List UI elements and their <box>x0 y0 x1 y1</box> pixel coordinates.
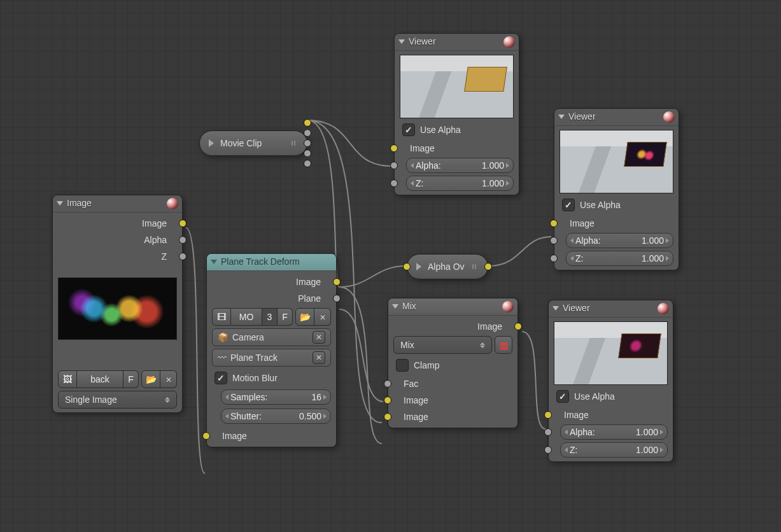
users-count: 3 <box>262 308 278 326</box>
image-name-field[interactable]: back <box>77 370 123 388</box>
input-socket-image[interactable] <box>544 411 552 419</box>
input-socket-image[interactable] <box>202 432 210 440</box>
open-file-button[interactable] <box>141 370 160 388</box>
folder-icon <box>146 374 157 384</box>
output-socket-image[interactable] <box>179 220 186 227</box>
unlink-clip-button[interactable] <box>314 308 331 326</box>
clip-browse-button[interactable] <box>212 308 231 326</box>
tracking-object-field[interactable]: Camera <box>212 328 331 346</box>
viewer-thumbnail <box>554 321 668 385</box>
input-socket-z[interactable] <box>390 179 398 187</box>
use-alpha-row[interactable]: Use Alpha <box>554 388 668 405</box>
input-socket-image[interactable] <box>384 413 391 421</box>
blend-mode-select[interactable]: Mix <box>393 336 492 354</box>
plane-track-field[interactable]: Plane Track <box>212 349 331 367</box>
output-socket[interactable] <box>304 139 311 147</box>
grip-icon <box>292 141 295 146</box>
film-icon <box>217 312 226 322</box>
open-clip-button[interactable] <box>295 308 314 326</box>
alpha-field[interactable]: Alpha:1.000 <box>566 233 673 248</box>
unlink-button[interactable] <box>160 370 177 388</box>
node-title: Alpha Ov <box>428 262 465 272</box>
input-socket-z[interactable] <box>550 255 558 262</box>
collapse-icon[interactable] <box>552 306 559 311</box>
output-socket-z[interactable] <box>179 253 186 260</box>
clear-button[interactable] <box>313 331 325 344</box>
input-socket-image[interactable] <box>384 396 391 404</box>
close-icon <box>320 312 326 322</box>
use-alpha-checkbox[interactable] <box>556 390 569 403</box>
fake-user-button[interactable]: F <box>123 370 139 388</box>
output-socket-alpha[interactable] <box>179 236 186 244</box>
use-alpha-checkbox[interactable] <box>402 123 415 136</box>
output-socket[interactable] <box>304 160 311 167</box>
fake-user-button[interactable]: F <box>278 308 293 326</box>
color-picker-button[interactable] <box>495 336 512 354</box>
clamp-checkbox[interactable] <box>396 359 409 372</box>
node-header[interactable]: Viewer <box>554 109 679 126</box>
input-socket-fac[interactable] <box>384 380 391 388</box>
output-socket-plane[interactable] <box>333 295 341 302</box>
node-title: Movie Clip <box>220 138 262 148</box>
clear-button[interactable] <box>313 351 325 364</box>
node-movie-clip[interactable]: Movie Clip <box>199 130 307 156</box>
output-socket-image[interactable] <box>514 323 522 330</box>
output-socket[interactable] <box>304 150 311 157</box>
z-field[interactable]: Z:1.000 <box>566 251 673 266</box>
collapse-icon[interactable] <box>211 260 217 264</box>
node-viewer[interactable]: Viewer Use Alpha Image Alpha:1.000 Z:1.0… <box>554 108 679 270</box>
use-alpha-row[interactable]: Use Alpha <box>400 121 514 139</box>
use-alpha-checkbox[interactable] <box>562 199 575 211</box>
preview-sphere-icon <box>503 36 515 48</box>
collapse-icon[interactable] <box>392 304 398 309</box>
output-socket[interactable] <box>304 119 311 127</box>
node-header[interactable]: Plane Track Deform <box>207 254 336 271</box>
input-socket-image[interactable] <box>390 144 398 152</box>
samples-field[interactable]: Samples:16 <box>221 389 331 405</box>
clamp-row[interactable]: Clamp <box>393 356 512 374</box>
input-socket-z[interactable] <box>544 446 552 454</box>
motion-blur-row[interactable]: Motion Blur <box>212 369 331 387</box>
collapse-icon[interactable] <box>57 201 63 206</box>
alpha-field[interactable]: Alpha:1.000 <box>560 424 668 440</box>
node-mix[interactable]: Mix Image Mix Clamp Fac Image Image <box>388 298 518 428</box>
node-viewer[interactable]: Viewer Use Alpha Image Alpha:1.000 Z:1.0… <box>394 33 519 195</box>
image-source-select[interactable]: Single Image <box>58 391 177 409</box>
use-alpha-row[interactable]: Use Alpha <box>559 196 673 214</box>
output-socket[interactable] <box>304 129 311 137</box>
node-viewer[interactable]: Viewer Use Alpha Image Alpha:1.000 Z:1.0… <box>548 300 673 462</box>
input-socket-alpha[interactable] <box>544 428 552 436</box>
output-row: Alpha <box>58 233 177 247</box>
output-socket-image[interactable] <box>333 278 341 286</box>
z-field[interactable]: Z:1.000 <box>560 442 668 458</box>
image-icon <box>63 374 72 384</box>
alpha-field[interactable]: Alpha:1.000 <box>406 158 514 173</box>
output-socket[interactable] <box>484 263 492 270</box>
motion-blur-checkbox[interactable] <box>215 372 227 384</box>
node-header[interactable]: Mix <box>388 298 517 316</box>
node-header[interactable]: Viewer <box>549 300 673 318</box>
checker-icon <box>499 339 509 351</box>
expand-icon <box>416 263 421 270</box>
preview-sphere-icon <box>167 198 178 209</box>
input-socket-alpha[interactable] <box>550 237 558 244</box>
input-socket[interactable] <box>403 263 411 270</box>
node-title: Mix <box>402 301 416 311</box>
clip-name-field[interactable]: MO <box>231 308 262 326</box>
input-socket-image[interactable] <box>550 220 558 227</box>
z-field[interactable]: Z:1.000 <box>406 176 514 191</box>
image-browse-button[interactable] <box>58 370 77 388</box>
node-header[interactable]: Viewer <box>395 34 519 51</box>
shutter-field[interactable]: Shutter:0.500 <box>221 409 331 424</box>
node-header[interactable]: Image <box>53 195 182 213</box>
node-image[interactable]: Image Image Alpha Z back F <box>52 195 183 413</box>
preview-sphere-icon <box>502 301 514 312</box>
collapse-icon[interactable] <box>398 39 405 44</box>
node-alpha-over[interactable]: Alpha Ov <box>407 254 488 279</box>
collapse-icon[interactable] <box>558 115 565 119</box>
input-socket-alpha[interactable] <box>390 162 398 169</box>
grip-icon <box>472 264 476 269</box>
curve-icon <box>218 353 227 363</box>
node-title: Plane Track Deform <box>221 256 300 267</box>
node-plane-track-deform[interactable]: Plane Track Deform Image Plane MO 3 F Ca… <box>206 253 337 447</box>
